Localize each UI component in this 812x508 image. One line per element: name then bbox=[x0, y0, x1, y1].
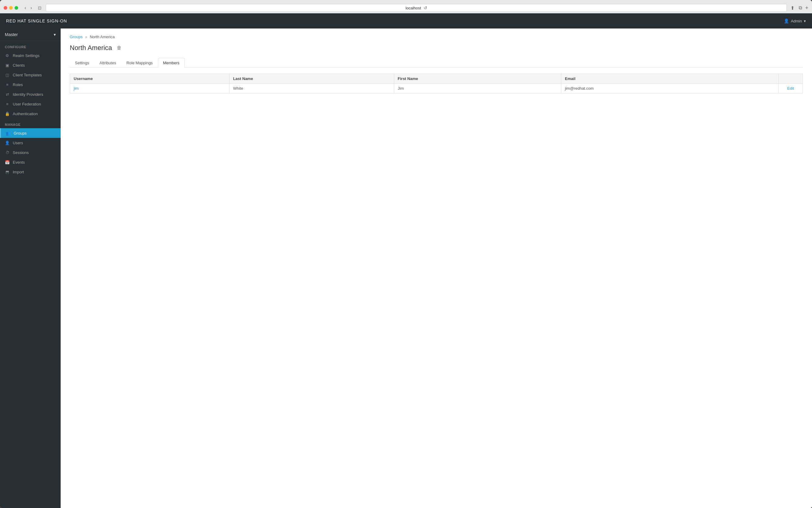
col-actions bbox=[779, 74, 803, 84]
events-icon: 📅 bbox=[5, 160, 10, 165]
sidebar-item-users[interactable]: 👤 Users bbox=[0, 138, 60, 147]
tab-settings[interactable]: Settings bbox=[70, 58, 94, 68]
top-nav: RED HAT SINGLE SIGN-ON 👤 Admin ▾ bbox=[0, 13, 812, 29]
edit-member-button[interactable]: Edit bbox=[787, 86, 794, 91]
table-body: jim White Jim jim@redhat.com Edit bbox=[70, 84, 803, 93]
sessions-icon: ⏱ bbox=[5, 150, 10, 155]
realm-caret-icon: ▾ bbox=[54, 32, 56, 37]
client-templates-icon: ◫ bbox=[5, 73, 10, 77]
sidebar-item-realm-settings[interactable]: ⚙ Realm Settings bbox=[0, 51, 60, 60]
sidebar-item-label: Identity Providers bbox=[13, 92, 43, 97]
window-button[interactable]: ⧉ bbox=[798, 5, 803, 11]
content-area: Groups » North America North America 🗑 S… bbox=[60, 29, 812, 508]
cell-username: jim bbox=[70, 84, 230, 93]
close-button[interactable] bbox=[4, 6, 7, 10]
sidebar-item-user-federation[interactable]: ≡ User Federation bbox=[0, 99, 60, 109]
authentication-icon: 🔒 bbox=[5, 111, 10, 116]
sidebar: Master ▾ Configure ⚙ Realm Settings ▣ Cl… bbox=[0, 29, 60, 508]
groups-icon: 👥 bbox=[6, 131, 11, 135]
cell-email: jim@redhat.com bbox=[561, 84, 779, 93]
clients-icon: ▣ bbox=[5, 63, 10, 68]
sidebar-item-clients[interactable]: ▣ Clients bbox=[0, 60, 60, 70]
col-email: Email bbox=[561, 74, 779, 84]
col-lastname: Last Name bbox=[229, 74, 394, 84]
roles-icon: ≡ bbox=[5, 82, 10, 87]
sidebar-item-label: Import bbox=[13, 170, 24, 174]
forward-button[interactable]: › bbox=[29, 5, 33, 11]
user-label: Admin bbox=[791, 19, 802, 23]
users-icon: 👤 bbox=[5, 140, 10, 145]
brand-bold: RED HAT bbox=[6, 18, 26, 23]
tab-role-mappings[interactable]: Role Mappings bbox=[121, 58, 158, 68]
back-button[interactable]: ‹ bbox=[23, 5, 28, 11]
identity-providers-icon: ⇄ bbox=[5, 92, 10, 97]
sidebar-item-roles[interactable]: ≡ Roles bbox=[0, 80, 60, 89]
table-row: jim White Jim jim@redhat.com Edit bbox=[70, 84, 803, 93]
sidebar-item-events[interactable]: 📅 Events bbox=[0, 157, 60, 167]
new-tab-button[interactable]: + bbox=[805, 5, 808, 11]
sidebar-item-label: Realm Settings bbox=[13, 53, 39, 58]
reload-button[interactable]: ↺ bbox=[423, 5, 427, 10]
table-header-row: Username Last Name First Name Email bbox=[70, 74, 803, 84]
sidebar-item-label: Groups bbox=[14, 131, 27, 135]
breadcrumb: Groups » North America bbox=[70, 35, 803, 39]
url-text: localhost bbox=[405, 6, 421, 10]
sidebar-item-identity-providers[interactable]: ⇄ Identity Providers bbox=[0, 89, 60, 99]
sidebar-item-label: User Federation bbox=[13, 102, 41, 107]
browser-actions: ⬆ ⧉ + bbox=[789, 5, 808, 11]
tab-members[interactable]: Members bbox=[158, 58, 185, 68]
tabs: Settings Attributes Role Mappings Member… bbox=[70, 58, 803, 68]
table-header: Username Last Name First Name Email bbox=[70, 74, 803, 84]
sidebar-item-label: Users bbox=[13, 141, 23, 145]
brand: RED HAT SINGLE SIGN-ON bbox=[6, 18, 67, 23]
user-federation-icon: ≡ bbox=[5, 101, 10, 107]
breadcrumb-parent-link[interactable]: Groups bbox=[70, 35, 83, 39]
traffic-lights bbox=[4, 6, 18, 10]
brand-light: SINGLE SIGN-ON bbox=[26, 18, 67, 23]
cell-firstname: Jim bbox=[394, 84, 561, 93]
user-menu[interactable]: 👤 Admin ▾ bbox=[784, 18, 806, 23]
app-window: RED HAT SINGLE SIGN-ON 👤 Admin ▾ Master … bbox=[0, 13, 812, 508]
col-firstname: First Name bbox=[394, 74, 561, 84]
sidebar-item-label: Clients bbox=[13, 63, 25, 68]
cell-lastname: White bbox=[229, 84, 394, 93]
main-layout: Master ▾ Configure ⚙ Realm Settings ▣ Cl… bbox=[0, 29, 812, 508]
user-caret-icon: ▾ bbox=[804, 19, 806, 23]
share-button[interactable]: ⬆ bbox=[789, 5, 796, 11]
sidebar-item-label: Sessions bbox=[13, 150, 29, 155]
page-title: North America bbox=[70, 44, 112, 52]
realm-label: Master bbox=[5, 32, 18, 37]
import-icon: ⬒ bbox=[5, 169, 10, 174]
realm-settings-icon: ⚙ bbox=[5, 53, 10, 58]
address-bar[interactable]: localhost ↺ bbox=[46, 4, 787, 12]
sidebar-item-authentication[interactable]: 🔒 Authentication bbox=[0, 109, 60, 119]
sidebar-item-import[interactable]: ⬒ Import bbox=[0, 167, 60, 177]
browser-chrome: ‹ › ⊡ localhost ↺ ⬆ ⧉ + bbox=[0, 0, 812, 13]
configure-section-label: Configure bbox=[0, 41, 60, 51]
sidebar-item-groups[interactable]: 👥 Groups bbox=[0, 128, 60, 138]
sidebar-item-label: Roles bbox=[13, 82, 23, 87]
sidebar-item-label: Authentication bbox=[13, 112, 38, 116]
maximize-button[interactable] bbox=[14, 6, 18, 10]
realm-selector[interactable]: Master ▾ bbox=[0, 29, 60, 41]
minimize-button[interactable] bbox=[9, 6, 13, 10]
sidebar-toggle-button[interactable]: ⊡ bbox=[36, 5, 43, 11]
sidebar-item-sessions[interactable]: ⏱ Sessions bbox=[0, 147, 60, 157]
members-table: Username Last Name First Name Email jim … bbox=[70, 74, 803, 93]
cell-action: Edit bbox=[779, 84, 803, 93]
col-username: Username bbox=[70, 74, 230, 84]
username-link[interactable]: jim bbox=[74, 86, 79, 91]
page-title-row: North America 🗑 bbox=[70, 44, 803, 52]
breadcrumb-separator: » bbox=[85, 35, 87, 39]
sidebar-item-label: Events bbox=[13, 160, 25, 165]
nav-buttons: ‹ › bbox=[23, 5, 34, 11]
sidebar-item-label: Client Templates bbox=[13, 73, 42, 77]
delete-group-button[interactable]: 🗑 bbox=[116, 45, 123, 51]
manage-section-label: Manage bbox=[0, 119, 60, 128]
breadcrumb-current: North America bbox=[90, 35, 115, 39]
sidebar-item-client-templates[interactable]: ◫ Client Templates bbox=[0, 70, 60, 80]
user-icon: 👤 bbox=[784, 18, 789, 23]
tab-attributes[interactable]: Attributes bbox=[94, 58, 121, 68]
